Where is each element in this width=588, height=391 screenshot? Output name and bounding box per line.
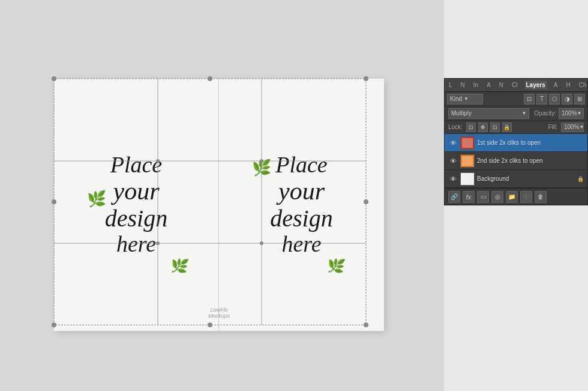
filter-shape-icon[interactable]: ⬠	[549, 94, 560, 105]
lock-position-icon[interactable]: ✥	[478, 123, 488, 132]
layer-3-name: Background	[477, 175, 575, 182]
layer-1-visibility-icon[interactable]: 👁	[448, 138, 458, 148]
new-layer-button[interactable]: ➕	[520, 191, 532, 203]
tab-layers-active[interactable]: Layers	[524, 80, 547, 89]
blend-mode-value: Multiply	[451, 110, 472, 117]
left-line4: here	[105, 232, 167, 257]
tab-h[interactable]: H	[564, 80, 572, 89]
layer-2-thumbnail	[460, 154, 475, 168]
delete-button[interactable]: 🗑	[535, 191, 547, 203]
panel-tabs-row: L N In A N Cl Layers A H Ch ❮❮ ☰	[445, 79, 587, 92]
filter-row: Kind ▼ ⊡ T ⬠ ◑ ⊞	[445, 92, 587, 106]
left-line3: design	[105, 205, 167, 232]
folder-button[interactable]: 📁	[506, 191, 518, 203]
tab-ch[interactable]: Ch	[577, 80, 588, 89]
right-line4: here	[270, 232, 332, 257]
filter-icons: ⊡ T ⬠ ◑ ⊞	[524, 94, 585, 105]
lock-artboard-icon[interactable]: ⊡	[490, 123, 500, 132]
layer-3-lock-icon: 🔒	[577, 176, 584, 182]
mockup-wrapper: 🌿 Place your design here 🌿 🌿 Place	[54, 67, 390, 325]
layer-1-thumbnail	[460, 136, 475, 150]
tab-a[interactable]: A	[485, 80, 493, 89]
tab-n[interactable]: N	[459, 80, 467, 89]
tab-a2[interactable]: A	[552, 80, 560, 89]
mockup-card: 🌿 Place your design here 🌿 🌿 Place	[54, 79, 384, 331]
left-line1: Place	[105, 153, 167, 178]
link-button[interactable]: 🔗	[448, 191, 460, 203]
filter-adjustment-icon[interactable]: ◑	[562, 94, 572, 105]
layer-2-visibility-icon[interactable]: 👁	[448, 156, 458, 166]
filter-text-icon[interactable]: T	[536, 94, 547, 105]
watermark: LiveFlo Mockups	[208, 307, 230, 319]
layer-item-1[interactable]: 👁 1st side 2x cliks to open	[445, 134, 587, 152]
mask-button[interactable]: ▭	[477, 191, 489, 203]
blend-mode-dropdown[interactable]: Multiply ▼	[448, 108, 529, 119]
right-line3: design	[270, 205, 332, 232]
layer-1-name: 1st side 2x cliks to open	[477, 139, 584, 146]
page-left: 🌿 Place your design here 🌿	[54, 79, 219, 331]
filter-image-icon[interactable]: ⊡	[524, 94, 535, 105]
filter-label: Kind	[450, 95, 462, 102]
layer-2-name: 2nd side 2x cliks to open	[477, 157, 584, 164]
canvas-area: 🌿 Place your design here 🌿 🌿 Place	[0, 0, 444, 391]
filter-chevron-icon: ▼	[464, 96, 469, 102]
filter-dropdown[interactable]: Kind ▼	[447, 94, 483, 105]
fill-input[interactable]: 100% ▼	[561, 123, 584, 132]
effects-button[interactable]: fx	[463, 191, 475, 203]
opacity-input[interactable]: 100% ▼	[559, 108, 584, 119]
right-line1: Place	[270, 153, 332, 178]
svg-rect-18	[462, 138, 473, 148]
panel-footer: 🔗 fx ▭ ◎ 📁 ➕ 🗑	[445, 188, 587, 205]
adjustment-button[interactable]: ◎	[491, 191, 503, 203]
layers-list: 👁 1st side 2x cliks to open 👁 2nd side 2…	[445, 134, 587, 188]
design-text-right: Place your design here	[270, 153, 332, 257]
panel-tab-chars: L N In A N Cl Layers A H Ch	[447, 80, 588, 89]
page-right: 🌿 Place your design here 🌿	[219, 79, 384, 331]
svg-rect-21	[461, 173, 474, 185]
blend-chevron-icon: ▼	[521, 111, 526, 116]
design-text-left: Place your design here	[105, 153, 167, 257]
lock-pixel-icon[interactable]: ⊡	[466, 123, 476, 132]
right-line2: your	[270, 177, 332, 205]
lock-label: Lock:	[448, 124, 463, 130]
tab-l[interactable]: L	[447, 80, 454, 89]
layer-3-thumbnail	[460, 172, 475, 186]
svg-rect-20	[462, 156, 473, 166]
left-line2: your	[105, 177, 167, 205]
layers-panel: L N In A N Cl Layers A H Ch ❮❮ ☰ Kind ▼ …	[444, 78, 588, 205]
tab-cl[interactable]: Cl	[510, 80, 519, 89]
lock-row: Lock: ⊡ ✥ ⊡ 🔒 Fill: 100% ▼	[445, 121, 587, 134]
tab-in[interactable]: In	[472, 80, 480, 89]
tab-nc[interactable]: N	[497, 80, 505, 89]
lock-icons: ⊡ ✥ ⊡ 🔒	[466, 123, 512, 132]
blend-mode-row: Multiply ▼ Opacity: 100% ▼	[445, 106, 587, 121]
opacity-label: Opacity:	[534, 110, 556, 117]
layer-item-3[interactable]: 👁 Background 🔒	[445, 170, 587, 188]
fill-label: Fill:	[548, 124, 557, 130]
layer-3-visibility-icon[interactable]: 👁	[448, 174, 458, 184]
layer-item-2[interactable]: 👁 2nd side 2x cliks to open	[445, 152, 587, 170]
lock-all-icon[interactable]: 🔒	[502, 123, 512, 132]
filter-smart-icon[interactable]: ⊞	[574, 94, 585, 105]
